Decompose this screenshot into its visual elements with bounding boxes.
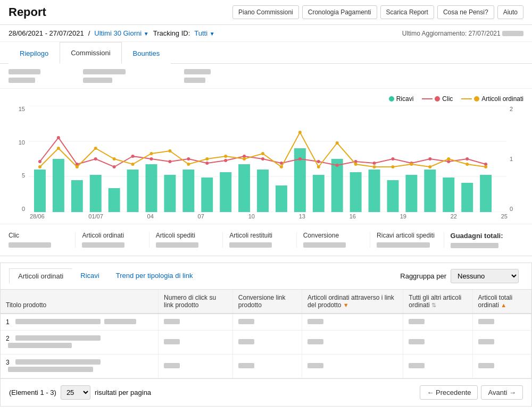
svg-rect-22 (369, 170, 380, 212)
tab2-trend[interactable]: Trend per tipologia di link (107, 268, 202, 284)
row3-ord-link-blur (307, 363, 323, 368)
row1-altri (403, 314, 472, 331)
svg-point-47 (373, 162, 376, 165)
row2-ord-link-blur (307, 339, 323, 344)
svg-point-33 (113, 165, 116, 168)
col-totali[interactable]: Articoli totali ordinati ▲ (472, 290, 531, 314)
row1-conv-blur (238, 319, 254, 324)
row2-conv-blur (238, 339, 254, 344)
tabs2-left: Articoli ordinati Ricavi Trend per tipol… (9, 268, 201, 284)
row2-click-blur (164, 339, 180, 344)
pagination-right: ← Precedente Avanti → (420, 385, 523, 400)
piano-commissioni-btn[interactable]: Piano Commissioni (232, 5, 299, 19)
scarica-report-btn[interactable]: Scarica Report (380, 5, 434, 19)
table-header-row: Titolo prodotto Numero di click su link … (1, 290, 531, 314)
svg-rect-25 (424, 170, 436, 212)
stat-restituiti-value (229, 242, 272, 248)
chart-x-labels: 28/06 01/07 04 07 10 13 16 19 22 25 (9, 212, 523, 219)
per-page-select[interactable]: 25 50 100 (61, 385, 90, 400)
tab-bounties[interactable]: Bounties (122, 43, 171, 64)
tab2-ricavi[interactable]: Ricavi (72, 268, 107, 284)
svg-point-35 (149, 157, 153, 160)
top-nav: Report Piano Commissioni Cronologia Paga… (0, 0, 532, 25)
row3-title-blur2 (8, 367, 93, 372)
clic-dot (435, 96, 440, 102)
svg-point-59 (131, 163, 135, 166)
sub-header-left: 28/06/2021 - 27/07/2021 / Ultimi 30 Gior… (9, 29, 215, 37)
articoli-line (461, 98, 472, 99)
svg-point-75 (428, 165, 431, 168)
svg-rect-15 (238, 164, 250, 212)
sort-icon-neutral: ⇅ (431, 302, 436, 308)
svg-point-44 (317, 160, 320, 163)
tab-riepilogo[interactable]: Riepilogo (9, 43, 60, 64)
svg-point-29 (38, 160, 41, 163)
col-click: Numero di click su link prodotto (159, 290, 233, 314)
next-button[interactable]: Avanti → (481, 385, 523, 400)
row1-ord-link (302, 314, 403, 331)
col-titolo: Titolo prodotto (1, 290, 159, 314)
row1-titolo: 1 (1, 314, 159, 331)
svg-point-78 (484, 165, 487, 168)
row3-ord-link (302, 354, 403, 378)
row1-totali (472, 314, 531, 331)
row1-totali-blur (478, 319, 494, 324)
metric-riepilogo (9, 69, 40, 83)
svg-rect-14 (220, 172, 231, 212)
svg-point-73 (391, 165, 394, 168)
metric-blur-5 (184, 69, 211, 74)
svg-point-55 (57, 147, 60, 150)
main-tabs: Riepilogo Commissioni Bounties (0, 42, 532, 64)
raggruppa-select[interactable]: Nessuno Tipologia di link Tag (451, 269, 519, 283)
cronologia-btn[interactable]: Cronologia Pagamenti (302, 5, 377, 19)
svg-point-30 (57, 136, 60, 139)
svg-rect-21 (350, 172, 362, 212)
tab2-ordinati[interactable]: Articoli ordinati (9, 268, 72, 284)
svg-rect-27 (461, 183, 473, 212)
row3-conv (232, 354, 302, 378)
date-range-link[interactable]: Ultimi 30 Giorni ▼ (94, 29, 148, 37)
row2-altri (403, 331, 472, 354)
stat-guadagni: Guadagni totali: (451, 232, 517, 248)
svg-point-77 (466, 163, 469, 166)
tracking-chevron-icon: ▼ (210, 31, 215, 37)
row3-title-blur (15, 359, 101, 365)
prev-button[interactable]: ← Precedente (420, 385, 478, 400)
row1-click (159, 314, 233, 331)
svg-rect-19 (313, 175, 325, 212)
row2-conv (232, 331, 302, 354)
metric-bounties (184, 69, 211, 83)
svg-rect-4 (34, 170, 46, 212)
svg-rect-9 (127, 170, 139, 212)
svg-rect-7 (90, 175, 102, 212)
svg-point-43 (298, 157, 302, 160)
svg-point-32 (94, 157, 97, 160)
svg-rect-26 (443, 178, 454, 212)
stat-ricavi-spediti: Ricavi articoli spediti (377, 232, 444, 248)
articoli-dot (474, 96, 479, 102)
col-altri-ordinati[interactable]: Tutti gli altri articoli ordinati ⇅ (403, 290, 472, 314)
stat-ordinati: Articoli ordinati (82, 232, 149, 248)
tracking-link[interactable]: Tutti ▼ (194, 29, 214, 37)
tab-commissioni[interactable]: Commissioni (60, 42, 121, 64)
svg-rect-12 (182, 170, 194, 212)
chart-area: Ricavi Clic Articoli ordinati 15 10 5 0 … (0, 89, 532, 224)
row2-click (159, 331, 233, 354)
row3-click-blur (164, 363, 180, 368)
aiuto-btn[interactable]: Aiuto (497, 5, 523, 19)
svg-point-72 (373, 165, 376, 168)
col-ordinati-link[interactable]: Articoli ordinati attraverso i link del … (302, 290, 403, 314)
svg-point-61 (168, 149, 171, 153)
row1-altri-blur (409, 319, 425, 324)
nav-buttons: Piano Commissioni Cronologia Pagamenti S… (232, 5, 523, 19)
svg-point-45 (336, 164, 339, 167)
chevron-down-icon: ▼ (144, 31, 149, 37)
svg-point-76 (447, 157, 450, 160)
row2-title-blur (15, 335, 101, 341)
row3-titolo: 3 (1, 354, 159, 378)
stat-clic-value (9, 242, 51, 248)
metric-blur-3 (83, 69, 126, 74)
date-separator: / (88, 29, 90, 37)
row3-click (159, 354, 233, 378)
cosa-ne-pensi-btn[interactable]: Cosa ne Pensi? (437, 5, 494, 19)
